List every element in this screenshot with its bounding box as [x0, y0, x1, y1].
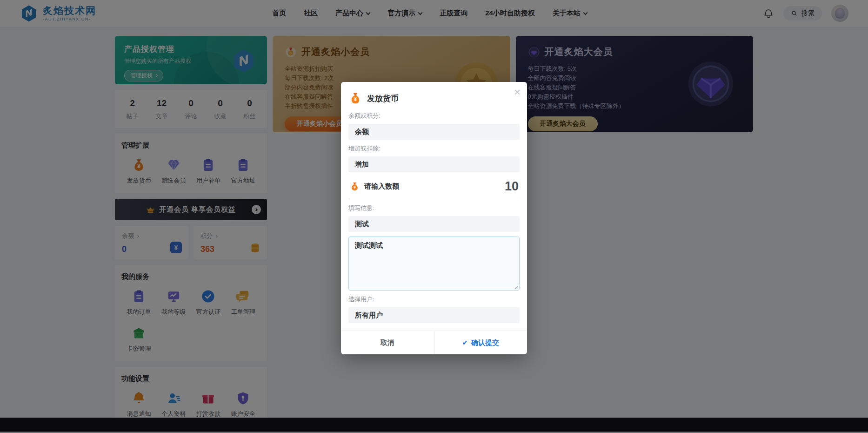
cancel-button[interactable]: 取消 — [341, 331, 434, 354]
user-select-label: 选择用户: — [348, 295, 520, 304]
detail-textarea[interactable]: 测试测试 — [348, 237, 520, 291]
confirm-submit-button[interactable]: ✔ 确认提交 — [434, 331, 527, 354]
amount-input[interactable]: ¥ 请输入数额 10 — [348, 172, 520, 199]
svg-text:¥: ¥ — [354, 96, 357, 102]
close-icon[interactable]: × — [514, 87, 521, 98]
user-select[interactable]: 所有用户 — [348, 307, 520, 323]
info-label: 填写信息: — [348, 204, 520, 212]
currency-type-select[interactable]: 余额 — [348, 124, 520, 140]
issue-currency-modal: × ¥ 发放货币 余额或积分: 余额 增加或扣除: 增加 ¥ 请输入数额 10 … — [341, 82, 527, 354]
modal-title: 发放货币 — [367, 93, 399, 104]
amount-label: 请输入数额 — [364, 182, 399, 191]
svg-text:¥: ¥ — [354, 185, 356, 189]
money-bag-icon: ¥ — [349, 181, 360, 192]
money-bag-icon: ¥ — [348, 91, 362, 105]
info-input[interactable]: 测试 — [348, 216, 520, 232]
operation-select[interactable]: 增加 — [348, 156, 520, 172]
amount-value: 10 — [505, 179, 519, 194]
check-icon: ✔ — [462, 338, 468, 347]
currency-type-label: 余额或积分: — [348, 112, 520, 120]
operation-label: 增加或扣除: — [348, 144, 520, 153]
